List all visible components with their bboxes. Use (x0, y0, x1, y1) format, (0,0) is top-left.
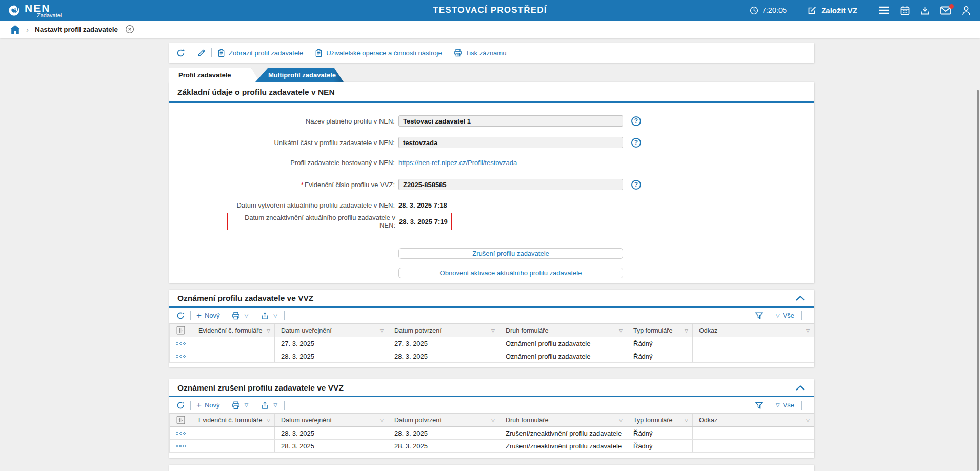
collapse-section-button[interactable] (794, 384, 806, 392)
toolbar-divider (191, 48, 191, 57)
column-filter-icon[interactable]: ▽ (616, 328, 623, 333)
cell-form-type: Řádný (627, 350, 693, 362)
row-actions-button[interactable] (176, 355, 186, 358)
top-bar: NEN Zadavatel TESTOVACÍ PROSTŘEDÍ 7:20:0… (0, 0, 980, 21)
column-filter-icon[interactable]: ▽ (616, 418, 623, 423)
column-label: Odkaz (699, 417, 717, 424)
print-record-action[interactable]: Tisk záznamu (454, 49, 507, 57)
table-row[interactable]: 28. 3. 2025 28. 3. 2025 Zrušení/zneaktiv… (170, 427, 814, 440)
hamburger-icon (878, 6, 890, 14)
cell-confirmed-date: 28. 3. 2025 (388, 440, 499, 452)
table-row[interactable]: 28. 3. 2025 28. 3. 2025 Oznámení profilu… (170, 350, 814, 363)
profile-url-link[interactable]: https://nen-ref.nipez.cz/Profil/testovza… (398, 159, 517, 167)
close-page-button[interactable] (125, 25, 134, 34)
cell-form-kind: Zrušení/zneaktivnění profilu zadavatele (499, 440, 627, 452)
help-icon[interactable]: ? (631, 138, 641, 148)
grid-filter-button[interactable] (755, 401, 763, 409)
dropdown-arrow-icon[interactable]: ▽ (776, 402, 780, 408)
column-filter-icon[interactable]: ▽ (377, 328, 384, 333)
grid-export-button[interactable]: ▽ (261, 401, 278, 409)
help-icon[interactable]: ? (631, 116, 641, 126)
column-filter-icon[interactable]: ▽ (803, 418, 810, 423)
vvz-cancellation-section: Oznámení zrušení profilu zadavatele ve V… (169, 379, 814, 458)
nen-logo[interactable]: NEN Zadavatel (0, 3, 62, 18)
messages-button[interactable] (940, 6, 951, 15)
grid-export-button[interactable]: ▽ (261, 312, 278, 320)
dropdown-arrow-icon[interactable]: ▽ (776, 313, 780, 318)
downloads-button[interactable] (920, 6, 930, 15)
column-settings-button[interactable] (176, 416, 185, 424)
column-filter-icon[interactable]: ▽ (488, 328, 495, 333)
toolbar-divider (769, 311, 769, 320)
column-filter-icon[interactable]: ▽ (264, 328, 270, 333)
profile-name-input[interactable] (398, 115, 623, 127)
collapse-section-button[interactable] (794, 295, 806, 302)
column-label: Datum potvrzení (394, 327, 442, 334)
create-vz-button[interactable]: Založit VZ (808, 6, 857, 15)
row-actions-button[interactable] (176, 432, 186, 435)
topbar-divider (868, 4, 868, 17)
calendar-button[interactable] (900, 6, 910, 15)
cell-form-type: Řádný (627, 440, 693, 452)
profile-unique-part-input[interactable] (398, 137, 623, 148)
toolbar-divider (769, 401, 769, 410)
home-button[interactable] (10, 25, 20, 34)
column-label: Typ formuláře (633, 327, 672, 334)
help-icon[interactable]: ? (631, 180, 641, 190)
show-profile-action[interactable]: Zobrazit profil zadavatele (217, 49, 303, 57)
column-label: Druh formuláře (506, 417, 548, 424)
tab-multiprofil-zadavatele[interactable]: Multiprofil zadavatele (255, 68, 344, 82)
grid-print-button[interactable]: ▽ (232, 401, 250, 409)
user-button[interactable] (962, 6, 971, 15)
column-filter-icon[interactable]: ▽ (682, 328, 688, 333)
row-actions-button[interactable] (176, 445, 186, 447)
cell-form-type: Řádný (627, 337, 693, 350)
show-all-button[interactable]: Vše (783, 312, 794, 319)
column-label: Druh formuláře (506, 327, 548, 334)
show-all-button[interactable]: Vše (783, 401, 794, 409)
new-record-button[interactable]: + Nový (196, 312, 220, 319)
clock-icon (750, 6, 758, 15)
toolbar-divider (255, 401, 255, 410)
export-icon (261, 312, 269, 320)
cell-evidence-number (192, 337, 275, 350)
column-filter-icon[interactable]: ▽ (264, 418, 270, 423)
printer-icon (454, 49, 462, 57)
grid-filter-button[interactable] (755, 312, 763, 320)
table-row[interactable]: 27. 3. 2025 27. 3. 2025 Oznámení profilu… (170, 337, 814, 350)
column-filter-icon[interactable]: ▽ (488, 418, 495, 423)
grid-refresh-button[interactable] (176, 401, 185, 409)
column-label: Odkaz (699, 327, 717, 334)
menu-button[interactable] (878, 6, 890, 14)
page-scrollbar-thumb[interactable] (977, 90, 979, 471)
new-record-button[interactable]: + Nový (196, 401, 220, 409)
edit-button[interactable] (197, 49, 206, 57)
tab-profil-zadavatele[interactable]: Profil zadavatele (169, 68, 259, 82)
vvz-notices-section: Oznámení profilu zadavatele ve VVZ + Nov… (169, 290, 814, 367)
refresh-button[interactable] (176, 49, 185, 57)
brand-subtitle: Zadavatel (37, 13, 62, 18)
user-operations-action[interactable]: Uživatelské operace a činnosti nástroje (315, 49, 442, 57)
cancel-profile-button[interactable]: Zrušení profilu zadavatele (398, 248, 623, 259)
grid-refresh-button[interactable] (176, 312, 185, 320)
column-filter-icon[interactable]: ▽ (803, 328, 810, 333)
cell-evidence-number (192, 427, 275, 439)
deactivation-date-highlight: Datum zneaktivnění aktuálního profilu za… (227, 213, 452, 230)
cell-evidence-number (192, 440, 275, 452)
grid-print-button[interactable]: ▽ (232, 312, 250, 320)
cancellation-table: Evidenční č. formuláře▽ Datum uveřejnění… (169, 413, 814, 453)
row-actions-button[interactable] (176, 342, 186, 345)
field-label: *Evidenční číslo profilu ve VVZ: (169, 181, 395, 189)
cell-link (693, 337, 814, 350)
brand-name: NEN (25, 3, 62, 13)
column-filter-icon[interactable]: ▽ (377, 418, 384, 423)
vvz-evidence-number-input[interactable] (398, 179, 623, 190)
column-filter-icon[interactable]: ▽ (682, 418, 688, 423)
table-row[interactable]: 28. 3. 2025 28. 3. 2025 Zrušení/zneaktiv… (170, 440, 814, 453)
restore-activation-button[interactable]: Obnovení aktivace aktuálního profilu zad… (398, 268, 623, 278)
topbar-divider (797, 4, 797, 17)
cell-form-kind: Oznámení profilu zadavatele (499, 337, 627, 350)
column-settings-button[interactable] (176, 326, 185, 335)
form-row: *Evidenční číslo profilu ve VVZ: ? (169, 178, 814, 191)
deactivated-date-value: 28. 3. 2025 7:19 (399, 218, 448, 226)
